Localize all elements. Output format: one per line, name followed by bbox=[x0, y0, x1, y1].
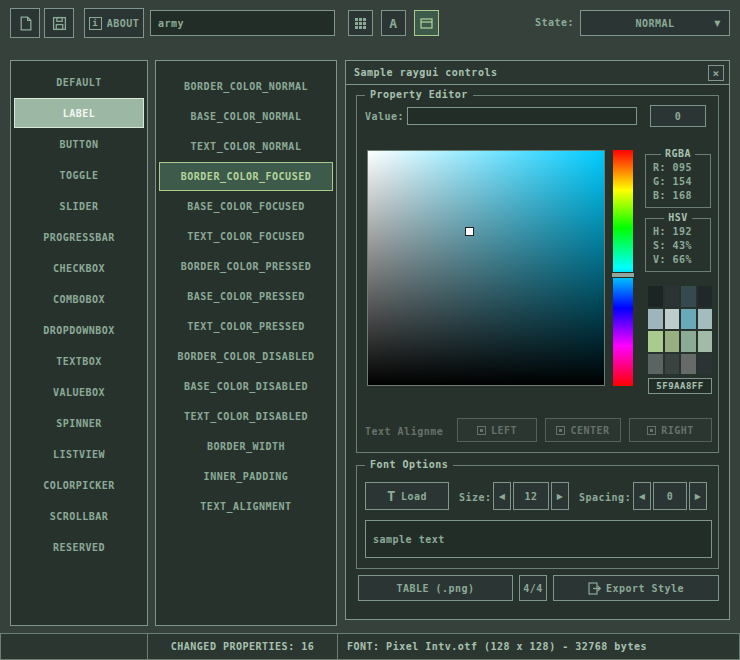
rgba-b-value: B: 168 bbox=[653, 189, 710, 203]
palette-swatch[interactable] bbox=[698, 286, 713, 307]
value-box[interactable]: 0 bbox=[650, 105, 706, 127]
rgba-r-value: R: 095 bbox=[653, 161, 710, 175]
property-list-item[interactable]: TEXT_COLOR_DISABLED bbox=[159, 402, 333, 431]
palette-swatch[interactable] bbox=[698, 354, 713, 375]
statusbar-font-info: FONT: Pixel Intv.otf (128 x 128) - 32768… bbox=[337, 633, 740, 660]
align-center-button[interactable]: CENTER bbox=[545, 418, 621, 442]
control-list-item[interactable]: SPINNER bbox=[14, 408, 144, 438]
controls-view-button[interactable] bbox=[414, 10, 439, 36]
control-list-item[interactable]: LABEL bbox=[14, 98, 144, 128]
property-list-item[interactable]: TEXT_COLOR_FOCUSED bbox=[159, 222, 333, 251]
palette-swatch[interactable] bbox=[665, 286, 680, 307]
save-style-button[interactable] bbox=[44, 8, 74, 38]
control-list-item[interactable]: CHECKBOX bbox=[14, 253, 144, 283]
property-list-item[interactable]: BORDER_WIDTH bbox=[159, 432, 333, 461]
arrow-left-icon: ◀ bbox=[499, 492, 506, 501]
property-list-item[interactable]: TEXT_COLOR_NORMAL bbox=[159, 132, 333, 161]
palette-swatch[interactable] bbox=[681, 331, 696, 352]
property-list-item[interactable]: BORDER_COLOR_DISABLED bbox=[159, 342, 333, 371]
control-list-item[interactable]: DROPDOWNBOX bbox=[14, 315, 144, 345]
palette-swatch[interactable] bbox=[648, 331, 663, 352]
control-list-item[interactable]: RESERVED bbox=[14, 532, 144, 562]
export-table-format-button[interactable]: TABLE (.png) bbox=[358, 575, 513, 601]
align-left-button[interactable]: LEFT bbox=[457, 418, 537, 442]
about-button-label: ABOUT bbox=[107, 18, 140, 29]
changed-properties-text: CHANGED PROPERTIES: 16 bbox=[171, 641, 314, 652]
property-list-item[interactable]: BASE_COLOR_NORMAL bbox=[159, 102, 333, 131]
style-table-view-button[interactable] bbox=[348, 10, 373, 36]
palette-swatch[interactable] bbox=[648, 354, 663, 375]
property-list-item[interactable]: INNER_PADDING bbox=[159, 462, 333, 491]
about-button[interactable]: i ABOUT bbox=[84, 8, 144, 38]
align-right-label: RIGHT bbox=[661, 425, 694, 436]
control-list-item[interactable]: DEFAULT bbox=[14, 67, 144, 97]
size-decrease-button[interactable]: ◀ bbox=[493, 482, 511, 510]
hue-slider-handle[interactable] bbox=[611, 272, 635, 278]
value-input[interactable] bbox=[407, 107, 637, 125]
sample-text-input[interactable]: sample text bbox=[365, 520, 712, 558]
font-spacing-valuebox[interactable]: 0 bbox=[653, 482, 687, 510]
font-size-value: 12 bbox=[524, 491, 537, 502]
palette-swatch[interactable] bbox=[681, 286, 696, 307]
font-options-group: Font Options T Load Size: ◀ 12 ▶ Spacing… bbox=[356, 465, 719, 569]
palette-swatch[interactable] bbox=[681, 354, 696, 375]
close-button[interactable]: × bbox=[708, 65, 724, 81]
control-list-item[interactable]: LISTVIEW bbox=[14, 439, 144, 469]
control-list-item[interactable]: COMBOBOX bbox=[14, 284, 144, 314]
palette-swatch[interactable] bbox=[665, 354, 680, 375]
color-picker-cursor[interactable] bbox=[466, 228, 473, 235]
font-load-label: Load bbox=[401, 491, 427, 502]
value-label: Value: bbox=[365, 111, 404, 122]
value-box-text: 0 bbox=[675, 111, 682, 122]
property-list-item[interactable]: TEXT_ALIGNMENT bbox=[159, 492, 333, 521]
control-list-item[interactable]: VALUEBOX bbox=[14, 377, 144, 407]
palette-swatch[interactable] bbox=[648, 286, 663, 307]
size-increase-button[interactable]: ▶ bbox=[551, 482, 569, 510]
property-list-item[interactable]: BASE_COLOR_DISABLED bbox=[159, 372, 333, 401]
sample-window-titlebar[interactable]: Sample raygui controls × bbox=[346, 61, 729, 85]
export-style-button[interactable]: Export Style bbox=[553, 575, 719, 601]
palette-swatch[interactable] bbox=[681, 309, 696, 330]
palette-swatch[interactable] bbox=[665, 309, 680, 330]
align-right-button[interactable]: RIGHT bbox=[629, 418, 712, 442]
control-list-item[interactable]: SCROLLBAR bbox=[14, 501, 144, 531]
hex-color-box[interactable]: 5F9AA8FF bbox=[648, 378, 712, 394]
palette-swatch[interactable] bbox=[648, 309, 663, 330]
page-indicator-box[interactable]: 4/4 bbox=[519, 575, 547, 601]
rgba-legend: RGBA bbox=[661, 148, 695, 159]
property-list-item[interactable]: BASE_COLOR_FOCUSED bbox=[159, 192, 333, 221]
palette-swatch[interactable] bbox=[698, 309, 713, 330]
state-dropdown[interactable]: NORMAL ▼ bbox=[580, 10, 730, 36]
control-list-item[interactable]: PROGRESSBAR bbox=[14, 222, 144, 252]
arrow-left-icon: ◀ bbox=[639, 492, 646, 501]
control-list-item[interactable]: TOGGLE bbox=[14, 160, 144, 190]
property-list-item[interactable]: BORDER_COLOR_NORMAL bbox=[159, 72, 333, 101]
new-style-button[interactable] bbox=[10, 8, 40, 38]
palette-swatch[interactable] bbox=[665, 331, 680, 352]
control-list-item[interactable]: COLORPICKER bbox=[14, 470, 144, 500]
align-left-label: LEFT bbox=[491, 425, 517, 436]
hsv-legend: HSV bbox=[664, 212, 692, 223]
control-list-item[interactable]: SLIDER bbox=[14, 191, 144, 221]
new-file-icon bbox=[18, 16, 33, 31]
palette-swatch[interactable] bbox=[698, 331, 713, 352]
font-load-button[interactable]: T Load bbox=[365, 482, 449, 510]
property-list-item[interactable]: BORDER_COLOR_FOCUSED bbox=[159, 162, 333, 191]
state-dropdown-value: NORMAL bbox=[635, 18, 674, 29]
style-name-input[interactable] bbox=[150, 10, 335, 36]
control-list-item[interactable]: TEXTBOX bbox=[14, 346, 144, 376]
color-picker-panel[interactable] bbox=[367, 150, 605, 386]
property-list-item[interactable]: BASE_COLOR_PRESSED bbox=[159, 282, 333, 311]
property-list-item[interactable]: TEXT_COLOR_PRESSED bbox=[159, 312, 333, 341]
spacing-decrease-button[interactable]: ◀ bbox=[633, 482, 651, 510]
font-view-button[interactable]: A bbox=[381, 10, 406, 36]
align-center-label: CENTER bbox=[570, 425, 609, 436]
control-list-item[interactable]: BUTTON bbox=[14, 129, 144, 159]
hue-bar[interactable] bbox=[613, 150, 633, 386]
property-list-item[interactable]: BORDER_COLOR_PRESSED bbox=[159, 252, 333, 281]
font-size-valuebox[interactable]: 12 bbox=[513, 482, 549, 510]
hsv-h-value: H: 192 bbox=[653, 225, 710, 239]
chevron-down-icon: ▼ bbox=[714, 19, 721, 28]
spacing-increase-button[interactable]: ▶ bbox=[689, 482, 707, 510]
save-icon bbox=[52, 16, 67, 31]
